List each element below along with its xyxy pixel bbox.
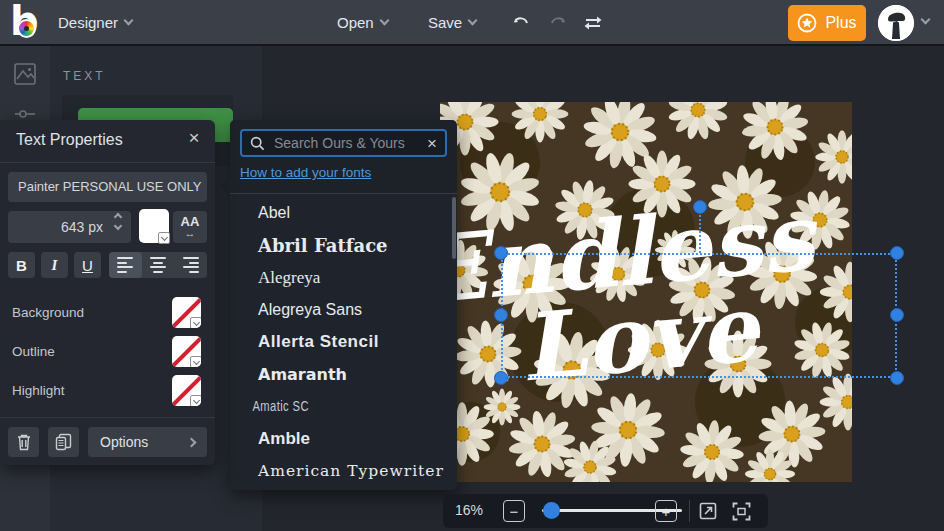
- delete-layer-button[interactable]: [8, 427, 39, 457]
- trash-icon: [16, 433, 32, 451]
- fit-screen-icon: [732, 502, 751, 521]
- rotate-handle[interactable]: [693, 200, 707, 214]
- zoom-slider-knob[interactable]: [543, 502, 560, 519]
- star-badge-icon: [797, 13, 817, 33]
- handle-mid-right[interactable]: [890, 308, 904, 322]
- font-list-item[interactable]: Amatic SC: [230, 390, 412, 422]
- resize-button[interactable]: [581, 11, 605, 35]
- alignment-group: [109, 252, 207, 278]
- rotation-connector-line: [699, 212, 701, 253]
- redo-icon: [548, 14, 568, 32]
- background-label: Background: [12, 305, 84, 320]
- undo-button[interactable]: [509, 11, 533, 35]
- loop-arrows-icon: [582, 14, 604, 32]
- chevron-right-icon: [187, 437, 197, 447]
- font-size-stepper[interactable]: [113, 216, 125, 238]
- underline-button[interactable]: U: [74, 252, 101, 278]
- divider: [689, 500, 690, 522]
- save-menu[interactable]: Save: [428, 0, 476, 44]
- align-center-icon: [150, 257, 166, 273]
- chevron-down-icon: [124, 15, 134, 25]
- font-size-field: [8, 211, 131, 243]
- align-left-button[interactable]: [109, 252, 142, 278]
- befunky-logo[interactable]: b: [10, 4, 44, 42]
- bold-button[interactable]: B: [8, 252, 35, 278]
- font-list-item[interactable]: Abril Fatface: [230, 229, 457, 261]
- zoom-bar: 16% − +: [443, 494, 768, 528]
- befunky-designer-app: Endless Love TEXT T: [0, 0, 944, 531]
- font-list-item[interactable]: American Typewriter: [230, 455, 457, 487]
- chevron-down-icon[interactable]: [921, 15, 931, 25]
- zoom-level-label: 16%: [455, 502, 483, 518]
- redo-button[interactable]: [546, 11, 570, 35]
- handle-top-left[interactable]: [494, 246, 508, 260]
- copy-icon: [55, 433, 72, 451]
- text-panel-header: TEXT: [63, 69, 106, 83]
- highlight-color-swatch[interactable]: [172, 375, 201, 406]
- user-avatar[interactable]: [878, 5, 914, 41]
- add-fonts-link[interactable]: How to add your fonts: [240, 165, 371, 180]
- duplicate-layer-button[interactable]: [48, 427, 79, 457]
- font-list-item[interactable]: Allerta Stencil: [230, 326, 457, 358]
- highlight-label: Highlight: [12, 383, 65, 398]
- color-dropdown-chip[interactable]: [190, 395, 201, 406]
- save-label: Save: [428, 14, 462, 31]
- font-list-item[interactable]: Alegreya: [230, 261, 457, 293]
- outline-label: Outline: [12, 344, 55, 359]
- color-dropdown-chip[interactable]: [190, 356, 201, 367]
- canvas-image[interactable]: Endless Love: [440, 102, 852, 482]
- font-search-input[interactable]: [272, 134, 420, 152]
- fit-to-screen-button[interactable]: [730, 500, 752, 522]
- outline-color-swatch[interactable]: [172, 336, 201, 367]
- font-search-box: ×: [240, 129, 447, 157]
- align-right-icon: [183, 257, 199, 273]
- plus-icon: +: [662, 503, 671, 520]
- open-in-new-icon: [699, 502, 717, 520]
- font-list-item[interactable]: Alegreya Sans: [230, 294, 457, 326]
- handle-mid-left[interactable]: [494, 308, 508, 322]
- handle-bottom-left[interactable]: [494, 371, 508, 385]
- handle-bottom-right[interactable]: [890, 371, 904, 385]
- clear-search-button[interactable]: ×: [427, 135, 437, 152]
- color-dropdown-chip[interactable]: [158, 232, 170, 244]
- font-list-item[interactable]: Amaranth: [230, 358, 457, 390]
- open-label: Open: [337, 14, 374, 31]
- canvas-text-line2[interactable]: Love: [516, 274, 767, 403]
- minus-icon: −: [510, 503, 519, 520]
- font-list-item[interactable]: Abel: [230, 197, 457, 229]
- options-label: Options: [100, 434, 148, 450]
- app-switcher-label: Designer: [58, 14, 118, 31]
- panel-title: Text Properties: [16, 131, 123, 149]
- divider: [0, 417, 215, 418]
- top-bar: b Designer Open Save: [0, 0, 944, 46]
- stepper-down-icon: [114, 222, 122, 230]
- font-chooser-panel: × How to add your fonts Abel Abril Fatfa…: [230, 120, 457, 490]
- text-properties-panel: Text Properties × Painter PERSONAL USE O…: [0, 120, 215, 465]
- close-panel-button[interactable]: ×: [182, 126, 206, 150]
- chevron-down-icon: [468, 15, 478, 25]
- plus-upgrade-button[interactable]: Plus: [788, 5, 866, 41]
- open-menu[interactable]: Open: [337, 0, 388, 44]
- font-list-item[interactable]: Amble: [230, 423, 457, 455]
- close-icon: ×: [188, 127, 199, 148]
- zoom-in-button[interactable]: +: [655, 500, 677, 522]
- color-dropdown-chip[interactable]: [190, 317, 201, 328]
- align-center-button[interactable]: [142, 252, 175, 278]
- image-manager-button[interactable]: [13, 62, 37, 86]
- letter-spacing-button[interactable]: AA ↔: [173, 211, 207, 243]
- avatar-illustration: [878, 5, 914, 41]
- align-right-button[interactable]: [174, 252, 207, 278]
- divider: [0, 162, 215, 163]
- app-switcher-menu[interactable]: Designer: [58, 0, 132, 44]
- options-button[interactable]: Options: [88, 427, 207, 457]
- background-color-swatch[interactable]: [172, 297, 201, 328]
- plus-label: Plus: [825, 14, 856, 32]
- text-color-swatch[interactable]: [139, 209, 169, 243]
- font-family-selector[interactable]: Painter PERSONAL USE ONLY: [8, 172, 207, 202]
- handle-top-right[interactable]: [890, 246, 904, 260]
- italic-button[interactable]: I: [41, 252, 68, 278]
- open-full-view-button[interactable]: [697, 500, 719, 522]
- zoom-out-button[interactable]: −: [503, 500, 525, 522]
- chevron-down-icon: [379, 15, 389, 25]
- font-list-scrollbar[interactable]: [452, 197, 456, 259]
